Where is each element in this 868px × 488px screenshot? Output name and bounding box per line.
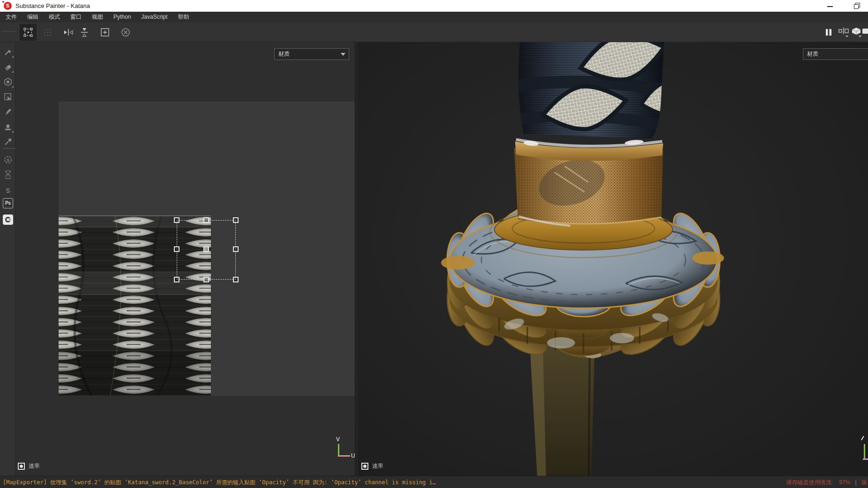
projection-tool[interactable] (3, 77, 13, 87)
paint-brush-icon (4, 48, 12, 56)
substance-s-icon: S (4, 187, 12, 194)
gizmo-handle-top-right[interactable] (233, 217, 239, 223)
menu-window[interactable]: 窗口 (65, 12, 87, 22)
smudge-tool[interactable] (3, 107, 13, 117)
statusbar-separator: | (852, 479, 860, 486)
polygon-fill-tool[interactable] (3, 92, 13, 102)
paint-brush-tool[interactable] (3, 47, 13, 57)
viewport-3d[interactable]: 材质 速率 (359, 42, 868, 476)
eraser-tool[interactable] (3, 62, 13, 72)
pause-icon (825, 28, 832, 37)
toolbar-grip-icon[interactable] (2, 31, 16, 32)
substance-gear-plugin[interactable]: S (3, 155, 13, 165)
minimize-icon (827, 6, 833, 7)
focus-frame-button[interactable] (97, 24, 113, 41)
viewport-3d-status-label: 速率 (372, 462, 383, 470)
gizmo-handle-mid-left[interactable] (174, 246, 180, 252)
gizmo-handle-mid-right[interactable] (233, 246, 239, 252)
reset-transform-button[interactable] (117, 24, 134, 41)
menu-python[interactable]: Python (108, 12, 136, 22)
pause-engine-button[interactable] (820, 24, 837, 41)
circle-x-icon (121, 28, 130, 37)
cache-usage-value: 97% (839, 479, 850, 486)
focus-frame-icon (100, 28, 110, 37)
axis-v-label: V (336, 436, 340, 443)
stop-indicator-icon[interactable] (361, 463, 368, 470)
axis-u-label: U (351, 452, 355, 459)
menu-bar: 文件 编辑 模式 窗口 视图 Python JavaScript 帮助 (0, 12, 868, 22)
gizmo-handle-bottom-left[interactable] (174, 277, 180, 282)
mirror-vertical-button[interactable] (76, 24, 93, 41)
cache-usage-label: 缓存磁盘使用情况: (786, 479, 832, 486)
axis-3d-line (864, 444, 865, 459)
projection-icon (4, 78, 12, 86)
stop-indicator-icon[interactable] (18, 463, 25, 470)
display-mode-value-3d: 材质 (807, 51, 818, 57)
display-mode-value-2d: 材质 (278, 51, 290, 57)
smudge-icon (4, 108, 12, 116)
clone-stamp-icon (4, 123, 12, 131)
gizmo-handle-top-left[interactable] (174, 217, 180, 223)
display-mode-dropdown-2d[interactable]: 材质 (274, 48, 349, 60)
viewport-splitter[interactable] (355, 42, 359, 476)
menu-view[interactable]: 视图 (87, 12, 108, 22)
menu-file[interactable]: 文件 (0, 12, 22, 22)
axis-u-line (338, 455, 350, 457)
substance-painter-logo-icon: S (4, 2, 12, 10)
window-title: Substance Painter - Katana (15, 0, 90, 12)
title-bar: S Substance Painter - Katana (0, 0, 868, 12)
viewport-2d[interactable]: 材质 V U 速率 (15, 42, 355, 476)
eyedropper-icon (4, 138, 12, 146)
substance-share-plugin[interactable]: S (3, 185, 13, 196)
axis-v-line (338, 444, 339, 456)
logo-dot-icon (2, 1, 4, 3)
ring-plugin-icon (3, 214, 13, 225)
svg-text:S: S (6, 187, 10, 194)
hourglass-icon (4, 170, 12, 179)
resources-updater-plugin[interactable] (3, 170, 13, 180)
minimize-button[interactable] (822, 0, 838, 12)
dotted-grid-icon (44, 28, 52, 37)
viewport-2d-status: 速率 (18, 462, 40, 470)
log-message: [MapExporter] 纹理集 ‘sword.2’ 的贴图 ‘Katana_… (3, 476, 436, 488)
display-mode-dropdown-3d[interactable]: 材质 (803, 48, 868, 60)
restore-button[interactable] (849, 0, 865, 12)
gizmo-handle-top-center[interactable] (203, 217, 209, 223)
grid-snap-button[interactable] (39, 24, 56, 41)
photoshop-export-plugin[interactable]: Ps (3, 198, 13, 208)
menu-help[interactable]: 帮助 (172, 12, 194, 22)
tool-sidebar: S S Ps (0, 42, 15, 476)
eraser-icon (4, 63, 12, 71)
svg-text:S: S (7, 158, 9, 163)
axis-3d-stub (863, 458, 868, 460)
transform-icon (23, 28, 33, 37)
mirror-horizontal-button[interactable] (60, 24, 77, 41)
transform-tool-button[interactable] (20, 24, 37, 41)
chevron-down-icon (341, 53, 345, 56)
statusbar-truncated-text: 版 (861, 479, 867, 486)
mirror-vertical-icon (81, 27, 88, 37)
clone-stamp-tool[interactable] (3, 122, 13, 132)
menu-mode[interactable]: 模式 (44, 12, 65, 22)
viewport-2d-status-label: 速率 (29, 462, 40, 470)
camera-settings-button[interactable] (860, 24, 868, 41)
split-2d3d-icon (838, 27, 849, 37)
main-toolbar (0, 22, 868, 42)
cache-usage: 缓存磁盘使用情况: 97% | 版 (786, 476, 867, 488)
menu-javascript[interactable]: JavaScript (136, 12, 172, 22)
ring-plugin[interactable] (3, 214, 13, 225)
mirror-horizontal-icon (63, 29, 74, 36)
polygon-fill-icon (4, 93, 12, 101)
photoshop-ps-icon: Ps (3, 198, 13, 208)
viewport-3d-status: 速率 (361, 462, 383, 470)
gizmo-handle-bottom-center[interactable] (203, 277, 209, 282)
material-picker-tool[interactable] (3, 137, 13, 147)
menu-edit[interactable]: 编辑 (22, 12, 44, 22)
katana-3d-model (359, 42, 868, 476)
camera-icon (862, 27, 868, 37)
gizmo-handle-bottom-right[interactable] (233, 277, 239, 282)
substance-gear-icon: S (3, 155, 13, 164)
gizmo-handle-center[interactable] (203, 246, 209, 252)
status-bar: [MapExporter] 纹理集 ‘sword.2’ 的贴图 ‘Katana_… (0, 476, 868, 488)
